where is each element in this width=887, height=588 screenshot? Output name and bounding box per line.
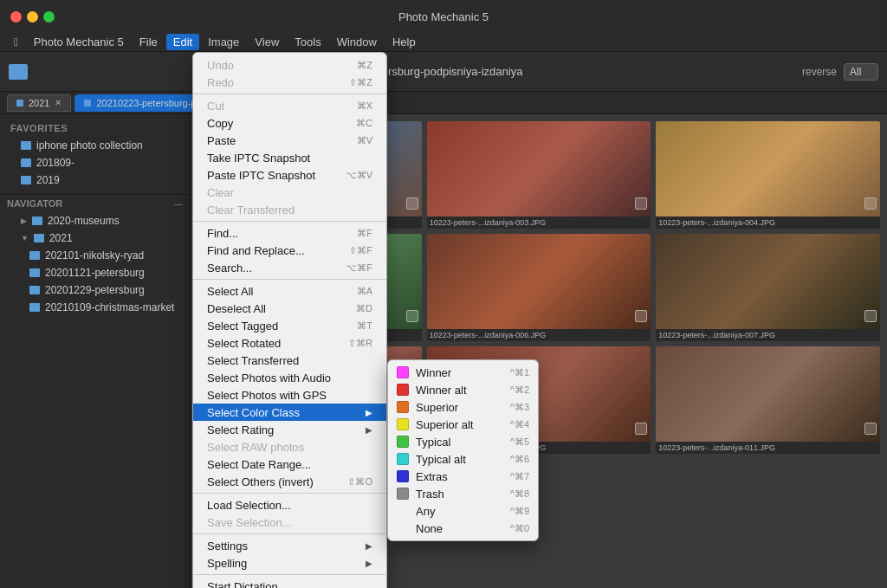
- menu-item-select-transferred[interactable]: Select Transferred: [193, 352, 386, 369]
- menu-item-select-date-range[interactable]: Select Date Range...: [193, 456, 386, 473]
- tools-menu[interactable]: Tools: [288, 34, 327, 50]
- photo-cell[interactable]: 10223-peters-...izdaniya-006.JPG: [427, 234, 651, 341]
- color-row-typical-alt[interactable]: Typical alt ^⌘6: [388, 450, 538, 468]
- sidebar-item-2021[interactable]: ▼ 2021: [0, 229, 190, 247]
- chevron-down-icon: ▼: [21, 234, 29, 242]
- color-label: Superior alt: [416, 418, 503, 431]
- photomechanic-menu[interactable]: Photo Mechanic 5: [27, 34, 131, 50]
- minimize-button[interactable]: [27, 11, 38, 23]
- menu-item-select-raw[interactable]: Select RAW photos: [193, 438, 386, 456]
- photo-cell[interactable]: 10223-peters-...izdaniya-011.JPG: [656, 346, 880, 454]
- favorites-header: Favorites: [0, 120, 190, 137]
- close-button[interactable]: [10, 11, 22, 23]
- folder-icon: [29, 268, 40, 277]
- color-shortcut: ^⌘9: [510, 506, 529, 517]
- sidebar-item-2019[interactable]: 2019: [0, 171, 190, 189]
- menu-item-select-others[interactable]: Select Others (invert) ⇧⌘O: [193, 473, 386, 490]
- sidebar-item-iphone[interactable]: iphone photo collection: [0, 137, 190, 154]
- sidebar-item-201809[interactable]: 201809-: [0, 154, 190, 171]
- extras-swatch: [397, 470, 409, 482]
- sidebar-item-label: 201809-: [36, 157, 74, 169]
- menu-item-copy[interactable]: Copy ⌘C: [193, 114, 386, 132]
- apple-menu[interactable]: : [7, 34, 25, 50]
- sidebar-item-christmas[interactable]: 20210109-christmas-market: [0, 299, 190, 316]
- menu-item-select-rating[interactable]: Select Rating ▶: [193, 421, 386, 438]
- sidebar-item-20201229[interactable]: 20201229-petersburg: [0, 281, 190, 299]
- menu-item-paste[interactable]: Paste ⌘V: [193, 132, 386, 149]
- menu-item-select-color-class[interactable]: Select Color Class ▶: [193, 404, 386, 421]
- color-label: Superior: [416, 401, 503, 414]
- menu-item-find-replace[interactable]: Find and Replace... ⇧⌘F: [193, 242, 386, 259]
- menu-item-load-selection[interactable]: Load Selection...: [193, 496, 386, 514]
- photo-cell[interactable]: 10223-peters-...izdaniya-007.JPG: [656, 234, 880, 341]
- menu-item-select-rotated[interactable]: Select Rotated ⇧⌘R: [193, 334, 386, 352]
- menu-item-paste-iptc[interactable]: Paste IPTC Snapshot ⌥⌘V: [193, 166, 386, 184]
- photo-checkbox[interactable]: [635, 310, 647, 322]
- menu-item-select-all[interactable]: Select All ⌘A: [193, 282, 386, 300]
- photo-checkbox[interactable]: [406, 197, 418, 210]
- folder-icon: [29, 303, 40, 312]
- menu-item-start-dictation[interactable]: Start Dictation...: [193, 578, 386, 588]
- photo-checkbox[interactable]: [635, 197, 647, 210]
- navigator-title: Navigator: [7, 198, 62, 209]
- navigator-header: Navigator —: [0, 195, 190, 212]
- file-menu[interactable]: File: [133, 34, 165, 50]
- photo-thumbnail: [656, 346, 880, 442]
- help-menu[interactable]: Help: [385, 34, 423, 50]
- menu-item-search[interactable]: Search... ⌥⌘F: [193, 259, 386, 276]
- photo-checkbox[interactable]: [406, 310, 418, 322]
- menu-item-find[interactable]: Find... ⌘F: [193, 224, 386, 242]
- edit-menu-item[interactable]: Edit: [166, 34, 199, 50]
- photo-label: 10223-peters-...izdaniya-006.JPG: [427, 329, 651, 341]
- color-row-superior-alt[interactable]: Superior alt ^⌘4: [388, 416, 538, 433]
- folder-icon: [9, 64, 28, 80]
- color-shortcut: ^⌘0: [510, 523, 529, 534]
- menu-item-deselect-all[interactable]: Deselect All ⌘D: [193, 300, 386, 317]
- typical-swatch: [397, 436, 409, 448]
- window-menu[interactable]: Window: [330, 34, 384, 50]
- tab-close-icon[interactable]: ✕: [55, 98, 62, 107]
- submenu-arrow-icon: ▶: [366, 408, 372, 417]
- menu-item-take-iptc[interactable]: Take IPTC Snapshot: [193, 149, 386, 166]
- view-menu[interactable]: View: [248, 34, 286, 50]
- sidebar-item-20201121[interactable]: 20201121-petersburg: [0, 264, 190, 281]
- photo-cell[interactable]: 10223-peters-...izdaniya-003.JPG: [427, 121, 651, 229]
- sidebar-item-label: 20210109-christmas-market: [45, 301, 174, 313]
- photo-checkbox[interactable]: [864, 197, 877, 210]
- menu-item-spelling[interactable]: Spelling ▶: [193, 554, 386, 572]
- photo-checkbox[interactable]: [864, 310, 877, 322]
- color-row-superior[interactable]: Superior ^⌘3: [388, 398, 538, 416]
- color-row-trash[interactable]: Trash ^⌘8: [388, 485, 538, 502]
- image-menu[interactable]: Image: [201, 34, 246, 50]
- photo-label: 10223-peters-...izdaniya-003.JPG: [427, 216, 651, 229]
- menu-item-select-audio[interactable]: Select Photos with Audio: [193, 369, 386, 386]
- menu-item-select-tagged[interactable]: Select Tagged ⌘T: [193, 317, 386, 334]
- color-shortcut: ^⌘2: [510, 384, 529, 396]
- color-row-winner-alt[interactable]: Winner alt ^⌘2: [388, 381, 538, 398]
- sidebar-item-nikolsky[interactable]: 202101-nikolsky-ryad: [0, 247, 190, 264]
- submenu-arrow-icon: ▶: [366, 559, 372, 568]
- menu-item-cut[interactable]: Cut ⌘X: [193, 97, 386, 114]
- menu-item-save-selection[interactable]: Save Selection...: [193, 514, 386, 531]
- menu-item-clear-transferred[interactable]: Clear Transferred: [193, 201, 386, 218]
- photo-checkbox[interactable]: [864, 423, 877, 435]
- menu-item-settings[interactable]: Settings ▶: [193, 537, 386, 554]
- favorites-section: Favorites iphone photo collection 201809…: [0, 114, 190, 194]
- menu-item-select-gps[interactable]: Select Photos with GPS: [193, 386, 386, 404]
- color-row-extras[interactable]: Extras ^⌘7: [388, 468, 538, 485]
- color-row-typical[interactable]: Typical ^⌘5: [388, 433, 538, 450]
- tab-2021[interactable]: 2021 ✕: [7, 94, 71, 112]
- photo-thumbnail: [427, 234, 651, 329]
- photo-checkbox[interactable]: [635, 423, 647, 435]
- fullscreen-button[interactable]: [43, 11, 55, 23]
- navigator-collapse-button[interactable]: —: [174, 199, 183, 209]
- color-row-winner[interactable]: Winner ^⌘1: [388, 364, 538, 381]
- color-row-none[interactable]: None ^⌘0: [388, 520, 538, 537]
- menu-item-undo[interactable]: Undo ⌘Z: [193, 56, 386, 74]
- menu-item-clear[interactable]: Clear: [193, 184, 386, 201]
- menu-item-redo[interactable]: Redo ⇧⌘Z: [193, 74, 386, 91]
- photo-cell[interactable]: 10223-peters-...izdaniya-004.JPG: [656, 121, 880, 229]
- color-row-any[interactable]: Any ^⌘9: [388, 502, 538, 520]
- sidebar-item-2020-museums[interactable]: ▶ 2020-museums: [0, 212, 190, 229]
- reverse-select[interactable]: All: [844, 63, 878, 81]
